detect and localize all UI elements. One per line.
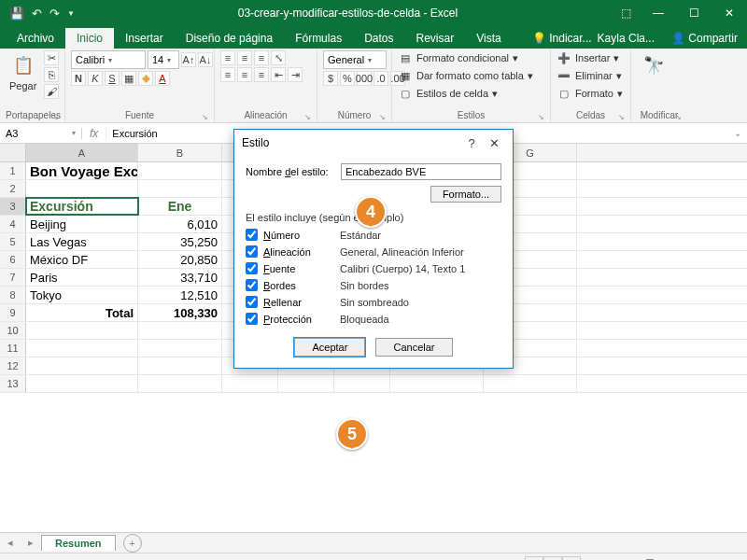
- sheet-nav-next[interactable]: ▸: [21, 537, 41, 549]
- fill-color-icon[interactable]: 🟆: [138, 71, 153, 86]
- ribbon-display-icon[interactable]: ⬚: [617, 7, 635, 20]
- cell[interactable]: [26, 357, 138, 374]
- cell[interactable]: [278, 375, 334, 392]
- font-color-icon[interactable]: A: [155, 71, 170, 86]
- tab-data[interactable]: Datos: [353, 28, 404, 49]
- decrease-indent-icon[interactable]: ⇤: [271, 67, 286, 82]
- tab-view[interactable]: Vista: [465, 28, 512, 49]
- cut-icon[interactable]: ✂: [44, 50, 59, 65]
- cell[interactable]: [390, 375, 484, 392]
- close-button[interactable]: ✕: [712, 0, 747, 26]
- format-button[interactable]: Formato...: [430, 186, 501, 203]
- align-top-icon[interactable]: ≡: [220, 50, 235, 65]
- orientation-icon[interactable]: ⤡: [271, 50, 286, 65]
- col-header[interactable]: A: [26, 144, 138, 161]
- row-header[interactable]: 4: [0, 216, 26, 232]
- minimize-button[interactable]: —: [641, 0, 676, 26]
- cell[interactable]: Beijing: [26, 216, 138, 232]
- share-button[interactable]: 👤 Compartir: [662, 28, 747, 49]
- increase-indent-icon[interactable]: ⇥: [288, 67, 303, 82]
- cell[interactable]: Paris: [26, 269, 138, 286]
- cell[interactable]: Excursión: [26, 198, 138, 215]
- row-header[interactable]: 9: [0, 304, 26, 321]
- sheet-nav-prev[interactable]: ◂: [0, 537, 21, 549]
- cell[interactable]: [334, 375, 390, 392]
- tab-layout[interactable]: Diseño de página: [175, 28, 284, 49]
- row-header[interactable]: 12: [0, 357, 26, 374]
- dialog-help-button[interactable]: ?: [460, 136, 483, 150]
- row-header[interactable]: 10: [0, 322, 26, 339]
- cell[interactable]: 33,710: [138, 269, 222, 286]
- ok-button[interactable]: Aceptar: [294, 338, 365, 357]
- underline-icon[interactable]: S: [105, 71, 120, 86]
- cell[interactable]: [138, 162, 222, 179]
- tab-review[interactable]: Revisar: [405, 28, 466, 49]
- style-name-input[interactable]: [341, 163, 501, 180]
- cell[interactable]: Total: [26, 304, 138, 321]
- cell[interactable]: 6,010: [138, 216, 222, 232]
- undo-icon[interactable]: ↶: [32, 7, 42, 21]
- find-button[interactable]: 🔭: [637, 50, 670, 80]
- comma-icon[interactable]: 000: [357, 71, 372, 86]
- row-header[interactable]: 5: [0, 233, 26, 250]
- currency-icon[interactable]: $: [323, 71, 338, 86]
- cell[interactable]: Ene: [138, 198, 222, 215]
- include-checkbox[interactable]: [246, 245, 258, 258]
- select-all-corner[interactable]: [0, 144, 26, 161]
- cell[interactable]: [222, 375, 278, 392]
- align-left-icon[interactable]: ≡: [220, 67, 235, 82]
- conditional-format-button[interactable]: ▤Formato condicional ▾: [398, 50, 518, 65]
- font-size-combo[interactable]: 14: [148, 50, 179, 69]
- tab-file[interactable]: Archivo: [6, 28, 65, 49]
- save-icon[interactable]: 💾: [9, 7, 24, 21]
- row-header[interactable]: 7: [0, 269, 26, 286]
- include-checkbox[interactable]: [246, 262, 258, 274]
- format-as-table-button[interactable]: ▦Dar formato como tabla ▾: [398, 68, 533, 83]
- include-checkbox[interactable]: [246, 229, 258, 241]
- cell[interactable]: [138, 180, 222, 197]
- align-right-icon[interactable]: ≡: [254, 67, 269, 82]
- font-name-combo[interactable]: Calibri: [71, 50, 146, 69]
- col-header[interactable]: B: [138, 144, 222, 161]
- cell[interactable]: 12,510: [138, 287, 222, 303]
- cell[interactable]: México DF: [26, 251, 138, 268]
- cell[interactable]: [138, 340, 222, 357]
- align-center-icon[interactable]: ≡: [237, 67, 252, 82]
- account-name[interactable]: Kayla Cla...: [598, 32, 655, 45]
- increase-font-icon[interactable]: A↑: [181, 52, 196, 67]
- dialog-close-button[interactable]: ✕: [483, 136, 505, 150]
- tab-insert[interactable]: Insertar: [114, 28, 175, 49]
- percent-icon[interactable]: %: [340, 71, 355, 86]
- insert-cells-button[interactable]: ➕Insertar ▾: [557, 50, 619, 65]
- paste-button[interactable]: 📋 Pegar: [6, 50, 40, 93]
- delete-cells-button[interactable]: ➖Eliminar ▾: [557, 68, 622, 83]
- bold-icon[interactable]: N: [71, 71, 86, 86]
- cell[interactable]: Las Vegas: [26, 233, 138, 250]
- tell-me[interactable]: 💡 Indicar...: [532, 32, 592, 45]
- cell[interactable]: Bon Voyage Excursiones: [26, 162, 138, 179]
- include-checkbox[interactable]: [246, 296, 258, 308]
- cell[interactable]: [26, 322, 138, 339]
- include-checkbox[interactable]: [246, 279, 258, 291]
- include-checkbox[interactable]: [246, 313, 258, 325]
- row-header[interactable]: 11: [0, 340, 26, 357]
- cell[interactable]: Tokyo: [26, 287, 138, 303]
- row-header[interactable]: 2: [0, 180, 26, 197]
- tab-home[interactable]: Inicio: [65, 28, 114, 49]
- cell[interactable]: [484, 375, 577, 392]
- add-sheet-button[interactable]: +: [123, 534, 142, 553]
- copy-icon[interactable]: ⎘: [44, 67, 59, 82]
- decrease-font-icon[interactable]: A↓: [198, 52, 213, 67]
- format-cells-button[interactable]: ▢Formato ▾: [557, 86, 623, 101]
- italic-icon[interactable]: K: [88, 71, 103, 86]
- expand-formula-icon[interactable]: ⌄: [728, 128, 747, 138]
- cell[interactable]: [26, 180, 138, 197]
- row-header[interactable]: 8: [0, 287, 26, 303]
- maximize-button[interactable]: ☐: [676, 0, 712, 26]
- cell[interactable]: 35,250: [138, 233, 222, 250]
- cell-styles-button[interactable]: ▢Estilos de celda ▾: [398, 86, 498, 101]
- cell[interactable]: [26, 340, 138, 357]
- border-icon[interactable]: ▦: [121, 71, 136, 86]
- row-header[interactable]: 13: [0, 375, 26, 392]
- format-painter-icon[interactable]: 🖌: [44, 84, 59, 99]
